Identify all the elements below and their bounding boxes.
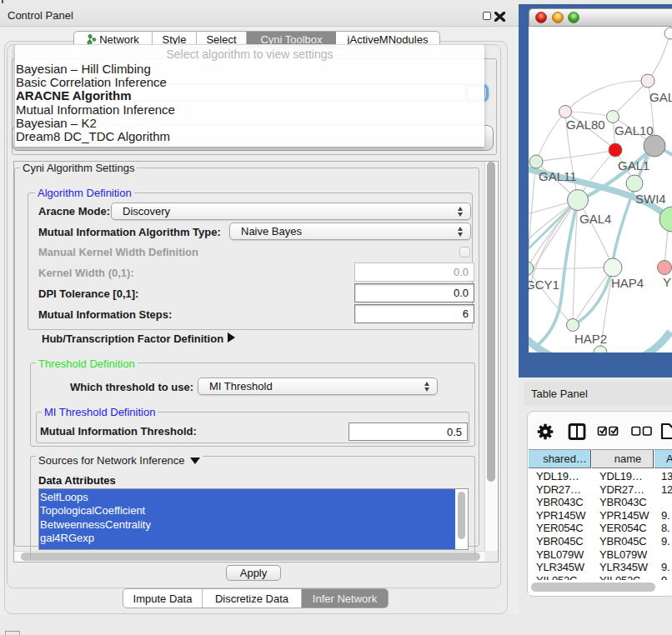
svg-text:GCY1: GCY1 <box>529 278 559 292</box>
svg-text:GAL1: GAL1 <box>618 158 649 172</box>
svg-text:HAP2: HAP2 <box>574 332 607 346</box>
svg-text:GAL: GAL <box>649 90 672 104</box>
svg-text:HAP4: HAP4 <box>611 276 644 290</box>
svg-text:GAL10: GAL10 <box>614 123 654 138</box>
svg-text:GAL80: GAL80 <box>566 118 605 132</box>
svg-text:GAL11: GAL11 <box>539 169 577 183</box>
svg-text:GAL4: GAL4 <box>579 212 611 226</box>
svg-text:SWI4: SWI4 <box>635 192 666 206</box>
svg-text:Y: Y <box>663 275 671 289</box>
